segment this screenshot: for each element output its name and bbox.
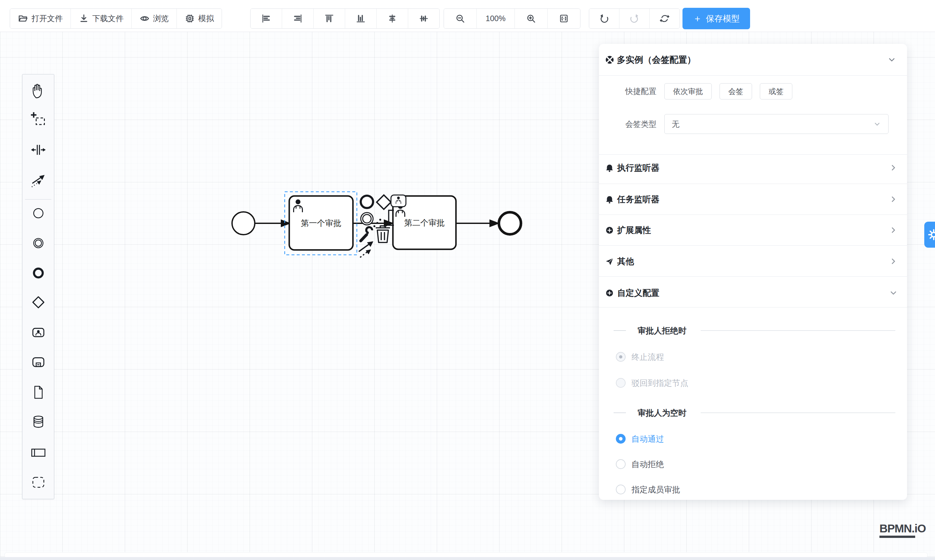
open-file-label: 打开文件 <box>32 13 63 24</box>
zoom-level[interactable]: 100% <box>477 9 515 28</box>
empty-title: 审批人为空时 <box>638 408 686 418</box>
align-button-group <box>250 8 440 29</box>
panel-header[interactable]: 多实例（会签配置） <box>599 44 907 75</box>
connect-icon <box>29 171 47 189</box>
gear-icon <box>927 228 935 241</box>
radio-icon <box>616 352 626 362</box>
zoom-button-group: 100% <box>444 8 580 29</box>
open-file-button[interactable]: 打开文件 <box>10 9 71 28</box>
group-icon <box>29 474 47 491</box>
settings-tab[interactable] <box>924 222 935 248</box>
align-middle-vertical-button[interactable] <box>408 9 439 28</box>
align-right-button[interactable] <box>282 9 314 28</box>
download-file-button[interactable]: 下载文件 <box>71 9 132 28</box>
radio-label: 终止流程 <box>632 352 664 362</box>
bell-icon <box>605 195 614 204</box>
radio-label: 自动通过 <box>632 434 664 444</box>
space-tool[interactable] <box>29 140 48 159</box>
chip-icon <box>185 13 195 24</box>
create-start-event[interactable] <box>29 204 48 223</box>
create-datastore[interactable] <box>29 412 48 431</box>
download-icon <box>78 13 89 24</box>
zoom-in-button[interactable] <box>515 9 547 28</box>
preview-button[interactable]: 浏览 <box>132 9 177 28</box>
fit-viewport-icon <box>559 14 569 23</box>
radio-terminate-process[interactable]: 终止流程 <box>599 352 907 362</box>
radio-assign-member[interactable]: 指定成员审批 <box>599 484 907 495</box>
global-connect-tool[interactable] <box>29 171 48 189</box>
quick-option-sequential[interactable]: 依次审批 <box>664 83 712 100</box>
zoom-out-button[interactable] <box>444 9 477 28</box>
gateway-icon <box>29 294 47 311</box>
create-subprocess[interactable] <box>29 353 48 372</box>
section-label: 扩展属性 <box>617 225 651 236</box>
align-top-button[interactable] <box>314 9 345 28</box>
bell-icon <box>605 163 614 172</box>
user-task-2-label[interactable]: 第二个审批 <box>393 196 456 249</box>
paper-plane-icon <box>605 257 614 266</box>
create-file[interactable] <box>29 383 48 402</box>
palette-separator <box>25 199 51 200</box>
sign-type-select[interactable]: 无 <box>664 114 889 134</box>
section-extended-properties[interactable]: 扩展属性 <box>599 219 907 241</box>
radio-label: 驳回到指定节点 <box>632 378 688 388</box>
bpmn-io-logo-text: BPMN.iO <box>880 523 926 534</box>
section-other[interactable]: 其他 <box>599 251 907 272</box>
palette <box>22 74 54 499</box>
align-bottom-button[interactable] <box>345 9 377 28</box>
section-task-listener[interactable]: 任务监听器 <box>599 189 907 210</box>
align-top-icon <box>324 14 334 23</box>
create-participant[interactable] <box>29 443 48 462</box>
intermediate-event-icon <box>29 234 47 252</box>
quick-option-countersign[interactable]: 会签 <box>720 83 752 100</box>
save-model-button[interactable]: ＋ 保存模型 <box>683 8 750 29</box>
radio-auto-reject[interactable]: 自动拒绝 <box>599 459 907 469</box>
radio-icon <box>616 434 626 444</box>
plus-circle-icon <box>605 289 614 297</box>
save-model-label: 保存模型 <box>706 13 740 25</box>
create-group[interactable] <box>29 473 48 492</box>
hand-tool[interactable] <box>29 81 48 100</box>
chevron-right-icon <box>889 226 897 234</box>
align-right-icon <box>293 14 303 23</box>
undo-button[interactable] <box>589 9 620 28</box>
toolbar: 打开文件 下载文件 浏览 模拟 <box>0 0 935 32</box>
create-user-task[interactable] <box>29 323 48 342</box>
section-label: 任务监听器 <box>617 194 660 205</box>
radio-return-to-node[interactable]: 驳回到指定节点 <box>599 378 907 388</box>
zoom-in-icon <box>526 14 536 23</box>
fit-viewport-button[interactable] <box>547 9 580 28</box>
zoom-out-icon <box>455 14 465 23</box>
reject-title-divider: 审批人拒绝时 <box>599 325 907 336</box>
create-end-event[interactable] <box>29 264 48 282</box>
align-center-horizontal-button[interactable] <box>377 9 408 28</box>
preview-label: 浏览 <box>153 13 169 24</box>
create-intermediate-event[interactable] <box>29 234 48 252</box>
bpmn-io-logo[interactable]: BPMN.iO <box>880 523 926 538</box>
create-gateway[interactable] <box>29 293 48 312</box>
chevron-right-icon <box>889 195 897 203</box>
horizontal-scrollbar-track[interactable] <box>0 557 935 560</box>
user-task-1-label[interactable]: 第一个审批 <box>289 196 353 250</box>
file-icon <box>29 383 47 401</box>
quick-option-orsign[interactable]: 或签 <box>760 83 792 100</box>
restart-button[interactable] <box>650 9 680 28</box>
history-button-group <box>589 8 680 29</box>
section-label: 自定义配置 <box>617 287 660 299</box>
radio-icon <box>616 378 626 388</box>
radio-auto-pass[interactable]: 自动通过 <box>599 434 907 444</box>
section-custom-config[interactable]: 自定义配置 <box>599 282 907 303</box>
eye-icon <box>140 13 150 24</box>
participant-icon <box>29 444 47 461</box>
redo-icon <box>629 14 639 23</box>
radio-icon <box>616 459 626 469</box>
plus-circle-icon <box>605 226 614 235</box>
align-center-horizontal-icon <box>388 14 397 23</box>
chevron-down-icon <box>887 55 896 64</box>
align-left-button[interactable] <box>251 9 282 28</box>
lasso-tool[interactable] <box>29 110 48 129</box>
simulate-button[interactable]: 模拟 <box>177 9 221 28</box>
redo-button[interactable] <box>620 9 650 28</box>
section-execution-listener[interactable]: 执行监听器 <box>599 157 907 178</box>
start-event-icon <box>29 205 47 222</box>
